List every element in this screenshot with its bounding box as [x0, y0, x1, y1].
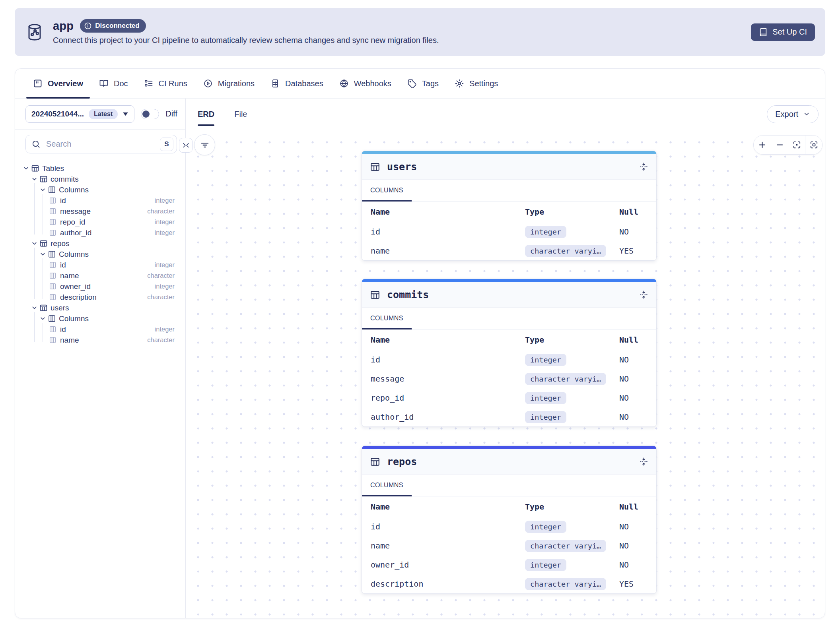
filter-lines-icon	[200, 140, 210, 150]
project-title: app	[53, 19, 74, 33]
tab-databases[interactable]: Databases	[264, 69, 330, 98]
card-header[interactable]: commits	[362, 282, 656, 308]
chevron-down-icon[interactable]	[31, 176, 38, 182]
tree-item-id[interactable]: idinteger	[21, 195, 177, 206]
card-tabs: COLUMNS	[362, 308, 656, 329]
table-icon	[370, 457, 380, 467]
tree-item-description[interactable]: descriptioncharacter	[21, 292, 177, 302]
column-name: repo_id	[371, 393, 525, 403]
tab-webhooks[interactable]: Webhooks	[332, 69, 398, 98]
table-icon	[39, 175, 48, 183]
column-null: NO	[619, 355, 648, 364]
tab-doc[interactable]: Doc	[92, 69, 135, 98]
column-icon	[49, 272, 57, 279]
search-row: S	[21, 135, 177, 153]
tree-item-users[interactable]: users	[21, 302, 177, 313]
search-input[interactable]	[45, 139, 155, 149]
tree-item-columns[interactable]: Columns	[21, 313, 177, 324]
chevron-down-icon[interactable]	[23, 165, 30, 172]
filter-button[interactable]	[194, 134, 215, 155]
card-tab-columns[interactable]: COLUMNS	[362, 180, 412, 201]
tree-item-name[interactable]: namecharacter	[21, 270, 177, 281]
tab-overview[interactable]: Overview	[26, 69, 90, 98]
tree-item-tables[interactable]: Tables	[21, 163, 177, 174]
column-row-repo_id[interactable]: repo_id integer NO	[362, 388, 656, 407]
column-type-pill: character varyi…	[525, 245, 606, 257]
tab-label: Settings	[469, 79, 498, 88]
column-row-name[interactable]: name character varyi… NO	[362, 536, 656, 555]
set-up-ci-button[interactable]: Set Up CI	[751, 23, 815, 41]
focus-selection-button[interactable]	[788, 136, 805, 154]
tree-item-dtype: integer	[155, 229, 177, 236]
card-header[interactable]: repos	[362, 449, 656, 475]
fit-view-button[interactable]	[805, 136, 822, 154]
chevron-down-icon[interactable]	[39, 315, 47, 322]
tree-item-commits[interactable]: commits	[21, 174, 177, 184]
chevron-down-icon[interactable]	[31, 304, 38, 311]
column-name: owner_id	[371, 560, 525, 570]
tab-migrations[interactable]: Migrations	[196, 69, 261, 98]
column-icon	[49, 218, 57, 226]
search-icon	[31, 140, 41, 149]
column-row-message[interactable]: message character varyi… NO	[362, 369, 656, 388]
column-row-id[interactable]: id integer NO	[362, 222, 656, 241]
column-name: description	[371, 579, 525, 589]
export-button[interactable]: Export	[767, 105, 819, 123]
drag-handle-icon[interactable]	[639, 457, 648, 466]
zoom-out-button[interactable]	[771, 136, 788, 154]
drag-handle-icon[interactable]	[639, 162, 648, 171]
server-icon	[270, 79, 280, 88]
tree-item-label: id	[60, 196, 66, 205]
column-row-description[interactable]: description character varyi… YES	[362, 574, 656, 593]
diff-toggle[interactable]	[141, 109, 159, 119]
table-card-users[interactable]: users COLUMNS NameTypeNull id integer NO…	[362, 151, 657, 261]
tree-item-author_id[interactable]: author_idinteger	[21, 227, 177, 238]
collapse-icon	[182, 141, 190, 149]
view-tab-erd[interactable]: ERD	[198, 99, 214, 130]
column-row-id[interactable]: id integer NO	[362, 350, 656, 369]
tab-ci-runs[interactable]: CI Runs	[137, 69, 194, 98]
card-header[interactable]: users	[362, 154, 656, 180]
tree-item-repo_id[interactable]: repo_idinteger	[21, 217, 177, 227]
tree-item-id[interactable]: idinteger	[21, 324, 177, 335]
column-row-id[interactable]: id integer NO	[362, 517, 656, 536]
book-open-icon	[99, 79, 109, 88]
card-tab-columns[interactable]: COLUMNS	[362, 475, 412, 496]
version-dropdown[interactable]: 20240521044... Latest	[25, 105, 134, 123]
erd-canvas[interactable]: users COLUMNS NameTypeNull id integer NO…	[186, 130, 825, 618]
tree-item-columns[interactable]: Columns	[21, 184, 177, 195]
card-tab-columns[interactable]: COLUMNS	[362, 308, 412, 329]
column-row-author_id[interactable]: author_id integer NO	[362, 407, 656, 426]
column-row-name[interactable]: name character varyi… YES	[362, 241, 656, 260]
tree-item-id[interactable]: idinteger	[21, 260, 177, 270]
tree-item-owner_id[interactable]: owner_idinteger	[21, 281, 177, 292]
view-tab-file[interactable]: File	[234, 99, 247, 130]
search-box[interactable]: S	[25, 135, 177, 153]
fit-view-icon	[809, 140, 819, 149]
column-row-owner_id[interactable]: owner_id integer NO	[362, 555, 656, 574]
table-card-repos[interactable]: repos COLUMNS NameTypeNull id integer NO…	[362, 446, 657, 594]
table-card-commits[interactable]: commits COLUMNS NameTypeNull id integer …	[362, 279, 657, 427]
ci-banner: app Disconnected Connect this project to…	[15, 8, 825, 56]
tag-icon	[407, 79, 417, 88]
column-null: YES	[619, 246, 648, 256]
tree-item-label: commits	[51, 175, 79, 184]
column-name: name	[371, 246, 525, 256]
column-type-pill: integer	[525, 521, 566, 533]
column-null: NO	[619, 393, 648, 403]
tab-tags[interactable]: Tags	[401, 69, 445, 98]
sidebar-collapse-button[interactable]	[179, 138, 192, 153]
chevron-down-icon[interactable]	[39, 186, 47, 193]
chevron-down-icon[interactable]	[31, 240, 38, 247]
column-name: message	[371, 374, 525, 384]
drag-handle-icon[interactable]	[639, 290, 648, 299]
column-null: NO	[619, 541, 648, 550]
tab-settings[interactable]: Settings	[448, 69, 505, 98]
chevron-down-icon[interactable]	[39, 251, 47, 258]
tree-item-dtype: character	[147, 272, 177, 279]
tree-item-message[interactable]: messagecharacter	[21, 206, 177, 217]
tree-item-repos[interactable]: repos	[21, 238, 177, 249]
zoom-in-button[interactable]	[754, 136, 771, 154]
tree-item-columns[interactable]: Columns	[21, 249, 177, 260]
tree-item-name[interactable]: namecharacter	[21, 335, 177, 345]
